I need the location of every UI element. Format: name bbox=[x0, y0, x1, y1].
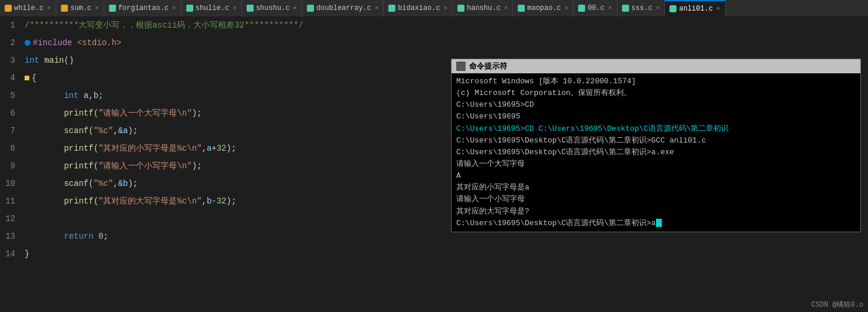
code-text: printf("请输入一个小写字母\n"); bbox=[25, 157, 201, 175]
cmd-output-line: 请输入一个小写字母 bbox=[456, 194, 856, 205]
code-text: printf("其对应的大写字母是%c\n",b-32); bbox=[25, 192, 236, 210]
tab-icon bbox=[518, 5, 525, 12]
tab-close-icon[interactable]: × bbox=[443, 5, 447, 12]
tab-label: anli01.c bbox=[679, 5, 713, 13]
tab-sumc[interactable]: sum.c× bbox=[56, 0, 104, 16]
tab-shuliec[interactable]: shulie.c× bbox=[182, 0, 242, 16]
tab-icon bbox=[247, 5, 254, 12]
cmd-output-line: C:\Users\19695\Desktop\C语言源代码\第二章初识>a bbox=[456, 218, 856, 229]
tab-shushuc[interactable]: shushu.c× bbox=[242, 0, 302, 16]
line-number: 5 bbox=[2, 87, 15, 104]
cmd-window[interactable]: 命令提示符 Microsoft Windows [版本 10.0.22000.1… bbox=[451, 59, 861, 232]
tab-close-icon[interactable]: × bbox=[565, 5, 569, 12]
tab-icon bbox=[109, 5, 116, 12]
tab-label: forgiantao.c bbox=[118, 4, 169, 12]
code-text: int a,b; bbox=[25, 87, 103, 104]
tab-label: hanshu.c bbox=[467, 4, 501, 12]
tab-hanshuc[interactable]: hanshu.c× bbox=[453, 0, 513, 16]
tab-anli01c[interactable]: anli01.c× bbox=[665, 0, 725, 16]
tab-close-icon[interactable]: × bbox=[47, 5, 51, 12]
cmd-output-line: 请输入一个大写字母 bbox=[456, 158, 856, 170]
cmd-output-line: C:\Users\19695>CD C:\Users\19695\Desktop… bbox=[456, 123, 856, 135]
cmd-output-line: 其对应的小写字母是a bbox=[456, 182, 856, 194]
line-number: 10 bbox=[2, 175, 15, 192]
tab-close-icon[interactable]: × bbox=[95, 5, 99, 12]
tab-doublearrayc[interactable]: doublearray.c× bbox=[302, 0, 384, 16]
cmd-output-line: C:\Users\19695>CD bbox=[456, 99, 856, 111]
line-number: 8 bbox=[2, 140, 15, 157]
code-text: int main() bbox=[25, 52, 74, 69]
tab-close-icon[interactable]: × bbox=[233, 5, 237, 12]
cmd-output-line: C:\Users\19695\Desktop\C语言源代码\第二章初识>GCC … bbox=[456, 135, 856, 147]
tab-icon bbox=[388, 5, 395, 12]
tab-close-icon[interactable]: × bbox=[504, 5, 508, 12]
tab-label: maopao.c bbox=[527, 4, 561, 12]
tab-icon bbox=[61, 5, 68, 12]
tab-icon bbox=[5, 5, 12, 12]
code-text: #include <stdio.h> bbox=[33, 34, 121, 52]
code-text: { bbox=[32, 69, 36, 87]
tab-close-icon[interactable]: × bbox=[172, 5, 176, 12]
cmd-output-line: A bbox=[456, 170, 856, 182]
tab-close-icon[interactable]: × bbox=[716, 5, 720, 12]
execution-marker bbox=[25, 76, 29, 80]
line-number: 2 bbox=[2, 34, 15, 52]
code-text: scanf("%c",&a); bbox=[25, 122, 138, 140]
code-text: return 0; bbox=[25, 228, 108, 245]
cmd-body: Microsoft Windows [版本 10.0.22000.1574](c… bbox=[452, 73, 860, 232]
line-number: 12 bbox=[2, 210, 15, 228]
tab-maopaoc[interactable]: maopao.c× bbox=[513, 0, 573, 16]
tab-00c[interactable]: 00.c× bbox=[573, 0, 617, 16]
line-number: 1 bbox=[2, 16, 15, 34]
tab-bar: while.c×sum.c×forgiantao.c×shulie.c×shus… bbox=[0, 0, 868, 16]
cmd-output-line: C:\Users\19695 bbox=[456, 111, 856, 123]
line-number: 7 bbox=[2, 122, 15, 140]
tab-close-icon[interactable]: × bbox=[375, 5, 379, 12]
tab-label: shushu.c bbox=[256, 4, 290, 12]
cmd-output-line: (c) Microsoft Corporation。保留所有权利。 bbox=[456, 87, 856, 99]
tab-whilec[interactable]: while.c× bbox=[0, 0, 56, 16]
tab-icon bbox=[186, 5, 193, 12]
tab-label: doublearray.c bbox=[316, 4, 371, 12]
line-number: 9 bbox=[2, 157, 15, 175]
tab-icon bbox=[307, 5, 314, 12]
line-number: 6 bbox=[2, 104, 15, 122]
code-line: #include <stdio.h> bbox=[25, 34, 868, 52]
tab-label: bidaxiao.c bbox=[398, 4, 440, 12]
tab-label: shulie.c bbox=[196, 4, 230, 12]
cmd-title-text: 命令提示符 bbox=[469, 61, 507, 72]
code-line: /**********大写变小写，，根据ascii码，大小写相差32******… bbox=[25, 16, 868, 34]
tab-close-icon[interactable]: × bbox=[293, 5, 298, 12]
cmd-output-line: 其对应的大写字母是? bbox=[456, 206, 856, 218]
code-text: } bbox=[25, 245, 29, 263]
tab-sssc[interactable]: sss.c× bbox=[617, 0, 665, 16]
line-number: 4 bbox=[2, 69, 15, 87]
line-number: 14 bbox=[2, 245, 15, 263]
tab-icon bbox=[578, 5, 585, 12]
line-number: 13 bbox=[2, 228, 15, 245]
tab-label: 00.c bbox=[587, 4, 604, 12]
code-text: /**********大写变小写，，根据ascii码，大小写相差32******… bbox=[25, 16, 303, 34]
tab-label: sss.c bbox=[631, 4, 652, 12]
line-numbers: 1234567891011121314 bbox=[0, 16, 20, 312]
tab-forgiantaoc[interactable]: forgiantao.c× bbox=[104, 0, 182, 16]
code-text: scanf("%c",&b); bbox=[25, 175, 138, 192]
tab-close-icon[interactable]: × bbox=[656, 5, 660, 12]
editor-area: 1234567891011121314 /**********大写变小写，，根据… bbox=[0, 16, 868, 312]
tab-label: sum.c bbox=[70, 4, 91, 12]
tab-icon bbox=[622, 5, 629, 12]
code-text: printf("请输入一个大写字母\n"); bbox=[25, 104, 201, 122]
cmd-cursor bbox=[656, 219, 662, 227]
line-number: 3 bbox=[2, 52, 15, 69]
tab-icon bbox=[457, 5, 464, 12]
cmd-titlebar: 命令提示符 bbox=[452, 59, 860, 73]
line-number: 11 bbox=[2, 192, 15, 210]
tab-close-icon[interactable]: × bbox=[608, 5, 612, 12]
tab-bidaxiaoc[interactable]: bidaxiao.c× bbox=[384, 0, 453, 16]
cmd-output-line: C:\Users\19695\Desktop\C语言源代码\第二章初识>a.ex… bbox=[456, 147, 856, 158]
code-text: printf("其对应的小写字母是%c\n",a+32); bbox=[25, 140, 236, 157]
cmd-output-line: Microsoft Windows [版本 10.0.22000.1574] bbox=[456, 76, 856, 87]
cmd-icon bbox=[456, 62, 466, 71]
code-line: } bbox=[25, 245, 868, 263]
tab-label: while.c bbox=[14, 4, 43, 12]
